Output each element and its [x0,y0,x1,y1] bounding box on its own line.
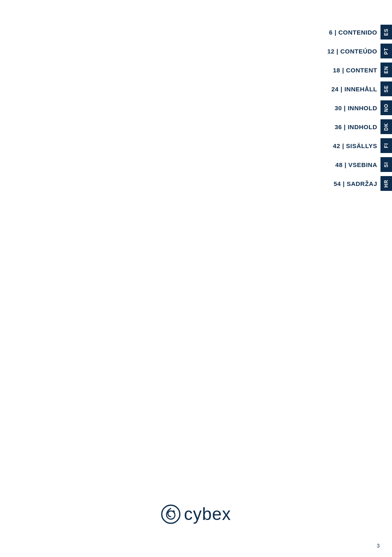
toc-tag-se: SE [380,81,392,96]
svg-point-1 [173,511,175,513]
toc-row-es: 6 | CONTENIDOES [302,25,392,39]
toc-row-fi: 42 | SISÄLLYSFI [302,138,392,153]
toc-label-pt: 12 | CONTEÚDO [327,48,377,55]
logo-section: cybex [161,504,231,524]
toc-label-en: 18 | CONTENT [333,67,377,74]
toc-row-pt: 12 | CONTEÚDOPT [302,44,392,58]
toc-label-si: 48 | VSEBINA [335,161,377,168]
toc-tag-en: EN [380,63,392,77]
page-number: 3 [377,543,380,549]
cybex-logo-icon [161,504,181,524]
toc-row-dk: 36 | INDHOLDDK [302,119,392,134]
cybex-logo: cybex [161,504,231,524]
toc-tag-dk: DK [380,119,392,134]
toc-section: 6 | CONTENIDOES12 | CONTEÚDOPT18 | CONTE… [302,25,392,195]
toc-tag-no: NO [380,100,392,115]
svg-point-0 [162,505,180,523]
cybex-logo-text: cybex [184,504,231,524]
toc-label-hr: 54 | SADRŽAJ [334,180,377,187]
toc-tag-si: SI [380,157,392,172]
toc-tag-es: ES [380,25,392,39]
toc-label-se: 24 | INNEHÅLL [331,86,377,93]
toc-row-si: 48 | VSEBINASI [302,157,392,172]
toc-tag-fi: FI [380,138,392,153]
toc-label-es: 6 | CONTENIDO [329,29,377,36]
toc-label-dk: 36 | INDHOLD [334,123,377,130]
page-container: 6 | CONTENIDOES12 | CONTEÚDOPT18 | CONTE… [0,0,392,557]
toc-tag-hr: HR [380,176,392,191]
toc-label-no: 30 | INNHOLD [334,104,377,111]
toc-row-se: 24 | INNEHÅLLSE [302,81,392,96]
toc-label-fi: 42 | SISÄLLYS [333,142,377,149]
toc-row-en: 18 | CONTENTEN [302,63,392,77]
toc-tag-pt: PT [380,44,392,58]
toc-row-hr: 54 | SADRŽAJHR [302,176,392,191]
toc-row-no: 30 | INNHOLDNO [302,100,392,115]
